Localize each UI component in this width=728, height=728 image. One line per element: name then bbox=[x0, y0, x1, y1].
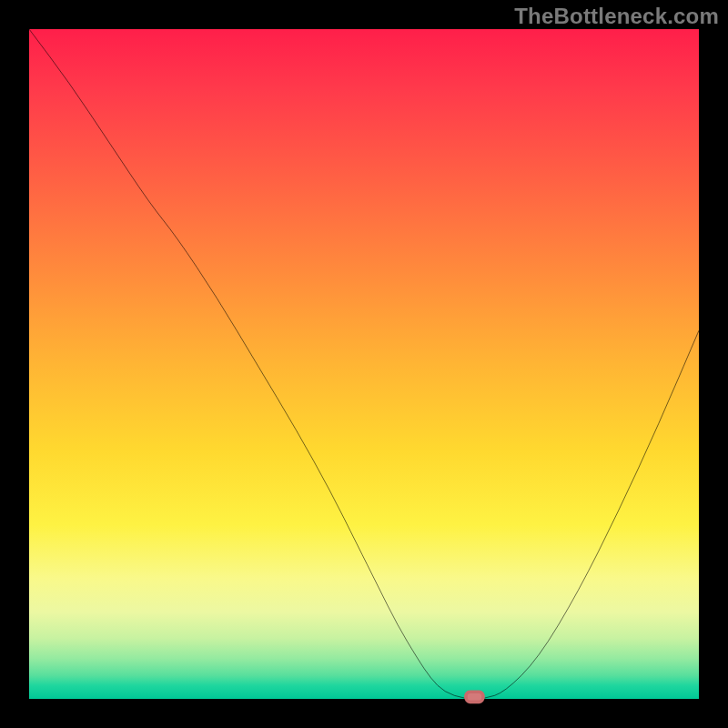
bottleneck-curve-svg bbox=[29, 29, 699, 699]
watermark-text: TheBottleneck.com bbox=[514, 4, 719, 29]
plot-area bbox=[29, 29, 699, 699]
bottleneck-curve-path bbox=[29, 29, 699, 699]
chart-frame: TheBottleneck.com bbox=[0, 0, 728, 728]
optimal-marker bbox=[466, 692, 483, 702]
